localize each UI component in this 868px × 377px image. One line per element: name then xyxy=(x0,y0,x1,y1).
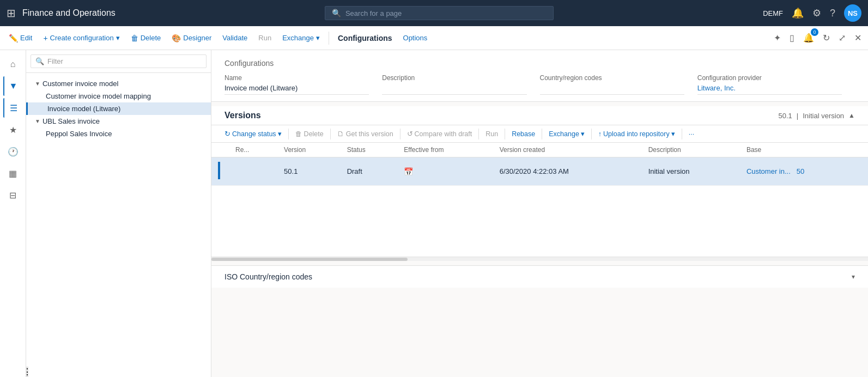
scrollbar-thumb[interactable] xyxy=(211,258,408,261)
filter-input[interactable] xyxy=(47,57,202,65)
main-toolbar: ✏️ Edit + Create configuration ▾ 🗑 Delet… xyxy=(0,26,868,50)
v-separator-2 xyxy=(330,129,331,139)
app-grid-icon[interactable]: ⊞ xyxy=(7,7,16,20)
versions-exchange-button[interactable]: Exchange ▾ xyxy=(544,127,589,140)
iso-collapse-icon[interactable]: ▾ xyxy=(852,273,855,281)
designer-button[interactable]: 🎨 Designer xyxy=(167,32,216,45)
filter-box: 🔍 xyxy=(26,50,211,73)
open-new-icon[interactable]: ⤢ xyxy=(836,31,848,45)
upload-chevron-icon: ▾ xyxy=(671,130,675,138)
panel-resizer[interactable]: ⋮ xyxy=(26,367,28,377)
exchange-button[interactable]: Exchange ▾ xyxy=(278,32,324,44)
search-input[interactable] xyxy=(345,9,547,17)
cell-base-number[interactable]: 50 xyxy=(797,167,804,175)
tree-item-ubl-sales-invoice[interactable]: ▼ UBL Sales invoice xyxy=(26,115,211,127)
config-field-country: Country/region codes xyxy=(540,74,697,101)
change-status-icon: ↻ xyxy=(224,130,230,138)
close-icon[interactable]: ✕ xyxy=(852,31,864,45)
v-separator-4 xyxy=(478,129,479,139)
cell-base-link[interactable]: Customer in... xyxy=(746,167,791,175)
versions-collapse-icon[interactable]: ▲ xyxy=(848,112,855,119)
cell-effective-from: 📅 xyxy=(397,157,493,186)
table-icon[interactable]: ⊟ xyxy=(3,185,23,205)
change-status-button[interactable]: ↻ Change status ▾ xyxy=(220,127,286,140)
col-header-version-created: Version created xyxy=(493,143,642,157)
config-name-label: Name xyxy=(224,74,369,82)
versions-exchange-chevron-icon: ▾ xyxy=(581,130,585,138)
config-provider-value[interactable]: Litware, Inc. xyxy=(697,84,842,95)
favorites-icon[interactable]: ✦ xyxy=(772,31,783,45)
iso-section: ISO Country/region codes ▾ xyxy=(211,265,868,288)
config-field-description: Description xyxy=(382,74,539,101)
home-icon[interactable]: ⌂ xyxy=(3,54,23,74)
versions-run-button[interactable]: Run xyxy=(481,128,502,140)
filter-icon[interactable]: ▼ xyxy=(3,76,23,96)
help-icon[interactable]: ? xyxy=(830,8,835,19)
create-config-chevron-icon: ▾ xyxy=(116,34,120,42)
col-header-indicator xyxy=(211,143,229,157)
designer-icon: 🎨 xyxy=(172,34,181,42)
config-header: Configurations Name Invoice model (Litwa… xyxy=(211,50,868,102)
v-separator-5 xyxy=(505,129,505,139)
tree-item-invoice-model-litware[interactable]: Invoice model (Litware) xyxy=(26,102,211,115)
selection-bar xyxy=(218,162,220,179)
col-header-version: Version xyxy=(277,143,341,157)
create-config-button[interactable]: + Create configuration ▾ xyxy=(39,32,124,45)
table-empty-space xyxy=(211,186,868,257)
toolbar-right-icons: ✦ ▯ 🔔0 ↻ ⤢ ✕ xyxy=(772,31,864,45)
filter-search-icon: 🔍 xyxy=(35,57,44,65)
versions-table-header-row: Re... Version Status Effective from Vers… xyxy=(211,143,868,157)
run-button[interactable]: Run xyxy=(254,32,276,44)
versions-delete-button[interactable]: 🗑 Delete xyxy=(291,128,328,140)
search-icon: 🔍 xyxy=(332,9,341,17)
edit-button[interactable]: ✏️ Edit xyxy=(4,32,37,45)
version-divider: | xyxy=(797,112,798,120)
tree-item-peppol-sales-invoice[interactable]: Peppol Sales Invoice xyxy=(26,127,211,140)
get-version-icon: 🗋 xyxy=(337,130,344,138)
delete-button[interactable]: 🗑 Delete xyxy=(126,32,166,45)
col-header-effective-from: Effective from xyxy=(397,143,493,157)
config-field-name: Name Invoice model (Litware) xyxy=(224,74,382,101)
calendar-icon[interactable]: 📅 xyxy=(404,167,413,176)
configurations-button[interactable]: Configurations xyxy=(333,32,397,45)
cell-description: Initial version xyxy=(642,157,740,186)
table-row[interactable]: 50.1 Draft 📅 6/30/2020 4:22:03 AM Initia… xyxy=(211,157,868,186)
compare-with-draft-button[interactable]: ↺ Compare with draft xyxy=(403,127,477,140)
clock-icon[interactable]: 🕐 xyxy=(3,142,23,161)
versions-toolbar: ↻ Change status ▾ 🗑 Delete 🗋 Get this ve… xyxy=(211,125,868,143)
upload-repository-button[interactable]: ↑ Upload into repository ▾ xyxy=(594,127,679,140)
rebase-button[interactable]: Rebase xyxy=(507,128,539,140)
version-number: 50.1 xyxy=(779,112,792,120)
star-icon[interactable]: ★ xyxy=(3,120,23,139)
config-field-provider: Configuration provider Litware, Inc. xyxy=(697,74,855,101)
edit-icon: ✏️ xyxy=(9,34,18,42)
notifications-badge-icon[interactable]: 🔔0 xyxy=(801,31,816,45)
settings-icon[interactable]: ⚙ xyxy=(812,7,821,19)
tree-item-customer-invoice-model[interactable]: ▼ Customer invoice model xyxy=(26,77,211,90)
tree-item-customer-invoice-model-mapping[interactable]: Customer invoice model mapping xyxy=(26,90,211,102)
config-description-value xyxy=(382,84,526,95)
horizontal-scrollbar[interactable] xyxy=(211,257,868,261)
cell-record xyxy=(229,157,277,186)
notification-icon[interactable]: 🔔 xyxy=(792,7,804,19)
col-header-record: Re... xyxy=(229,143,277,157)
iso-header[interactable]: ISO Country/region codes ▾ xyxy=(211,266,868,288)
row-selected-indicator xyxy=(211,157,229,186)
v-separator-3 xyxy=(400,129,400,139)
more-options-button[interactable]: ··· xyxy=(684,128,699,140)
main-layout: ⌂ ▼ ☰ ★ 🕐 ▦ ⊟ 🔍 ▼ Customer invoice model… xyxy=(0,50,868,377)
app-title: Finance and Operations xyxy=(22,8,116,18)
grid-icon[interactable]: ▦ xyxy=(3,163,23,183)
exchange-chevron-icon: ▾ xyxy=(316,34,320,42)
options-button[interactable]: Options xyxy=(399,32,432,44)
validate-button[interactable]: Validate xyxy=(218,32,252,44)
list-icon[interactable]: ☰ xyxy=(3,98,23,118)
change-status-chevron-icon: ▾ xyxy=(278,130,282,138)
avatar[interactable]: NS xyxy=(844,4,861,22)
refresh-icon[interactable]: ↻ xyxy=(821,31,832,45)
config-name-value: Invoice model (Litware) xyxy=(224,84,369,95)
panel-icon[interactable]: ▯ xyxy=(787,31,797,45)
cell-version: 50.1 xyxy=(277,157,341,186)
get-this-version-button[interactable]: 🗋 Get this version xyxy=(333,128,398,140)
tree-panel: 🔍 ▼ Customer invoice model Customer invo… xyxy=(26,50,211,377)
